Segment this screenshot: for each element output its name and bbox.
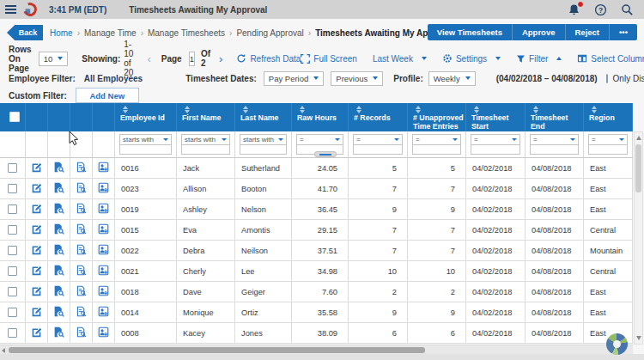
full-screen-button[interactable]: Full Screen: [301, 54, 357, 64]
column-header-last[interactable]: Last Name: [235, 103, 292, 131]
employee-info-icon[interactable]: [98, 285, 109, 298]
rows-on-page-select[interactable]: 10: [39, 52, 69, 66]
edit-timesheet-icon[interactable]: [31, 203, 42, 216]
next-page-icon[interactable]: ›: [219, 53, 222, 64]
employee-info-icon[interactable]: [98, 244, 109, 257]
employee-info-icon[interactable]: [98, 162, 109, 174]
vertical-scroll-thumb[interactable]: [635, 144, 641, 192]
view-timesheet-icon[interactable]: [53, 285, 64, 298]
view-details-icon[interactable]: [76, 285, 87, 298]
employee-info-icon[interactable]: [98, 203, 109, 216]
column-header-end[interactable]: Timesheet End: [526, 103, 584, 131]
view-timesheet-icon[interactable]: [53, 162, 64, 174]
breadcrumb-item[interactable]: Home: [50, 28, 73, 38]
filter-operator-select[interactable]: =: [296, 134, 343, 145]
column-header-records[interactable]: # Records: [349, 103, 408, 131]
back-button[interactable]: Back: [7, 25, 43, 40]
filter-input[interactable]: [471, 145, 520, 155]
row-checkbox[interactable]: [8, 204, 17, 214]
employee-info-icon[interactable]: [98, 326, 109, 339]
sort-icons[interactable]: [123, 106, 128, 113]
filter-toggle-button[interactable]: Filter: [516, 54, 562, 64]
prev-page-icon[interactable]: ‹: [147, 53, 150, 64]
horizontal-scroll-thumb[interactable]: [9, 347, 425, 353]
column-header-region[interactable]: Region: [584, 103, 633, 131]
select-all-checkbox[interactable]: [9, 112, 20, 122]
column-scroll-handle[interactable]: [314, 151, 337, 157]
filter-operator-select[interactable]: starts with: [119, 134, 172, 145]
breadcrumb-item[interactable]: Pending Approval: [236, 28, 303, 38]
view-details-icon[interactable]: [76, 326, 87, 339]
scroll-down-icon[interactable]: [636, 336, 641, 340]
horizontal-scrollbar[interactable]: [0, 345, 633, 354]
date-range-select[interactable]: Last Week: [373, 54, 427, 64]
filter-operator-select[interactable]: =: [530, 134, 579, 145]
filter-input[interactable]: [412, 145, 461, 155]
action-approve[interactable]: Approve: [512, 24, 565, 40]
filter-input[interactable]: [240, 145, 287, 155]
edit-timesheet-icon[interactable]: [31, 265, 42, 278]
add-new-filter-button[interactable]: Add New: [76, 88, 139, 103]
row-checkbox[interactable]: [8, 225, 17, 235]
employee-filter-value[interactable]: All Employees: [84, 74, 143, 83]
edit-timesheet-icon[interactable]: [31, 162, 42, 174]
view-timesheet-icon[interactable]: [53, 223, 64, 236]
vertical-scrollbar[interactable]: [634, 131, 643, 345]
row-checkbox[interactable]: [8, 184, 17, 193]
view-details-icon[interactable]: [76, 265, 87, 278]
sort-icons[interactable]: [243, 106, 248, 113]
column-header-raw[interactable]: Raw Hours: [292, 103, 349, 131]
edit-timesheet-icon[interactable]: [31, 244, 42, 257]
sort-icons[interactable]: [592, 106, 597, 113]
view-details-icon[interactable]: [76, 203, 87, 216]
filter-input[interactable]: [119, 145, 172, 155]
employee-info-icon[interactable]: [98, 265, 109, 278]
row-checkbox[interactable]: [8, 308, 17, 317]
edit-timesheet-icon[interactable]: [31, 223, 42, 236]
more-actions-button[interactable]: •••: [609, 24, 637, 40]
filter-operator-select[interactable]: starts with: [240, 134, 287, 145]
view-details-icon[interactable]: [76, 244, 87, 257]
filter-operator-select[interactable]: starts with: [181, 134, 230, 145]
sort-icons[interactable]: [416, 106, 421, 113]
edit-timesheet-icon[interactable]: [31, 326, 42, 339]
column-header-unapproved[interactable]: # Unapproved Time Entries: [408, 103, 466, 131]
filter-operator-select[interactable]: =: [353, 134, 403, 145]
profile-select[interactable]: Weekly: [428, 71, 476, 86]
sort-icons[interactable]: [474, 106, 479, 113]
help-icon[interactable]: ?: [594, 3, 607, 16]
employee-info-icon[interactable]: [98, 306, 109, 319]
sort-icons[interactable]: [356, 106, 361, 113]
row-checkbox[interactable]: [8, 266, 17, 276]
row-checkbox[interactable]: [8, 163, 17, 173]
filter-input[interactable]: [181, 145, 230, 155]
page-number-input[interactable]: 1: [189, 52, 195, 66]
filter-operator-select[interactable]: =: [588, 134, 628, 145]
sort-icons[interactable]: [300, 106, 305, 113]
view-details-icon[interactable]: [76, 162, 87, 174]
view-timesheet-icon[interactable]: [53, 182, 64, 195]
select-columns-button[interactable]: Select Columns: [577, 53, 644, 64]
scroll-left-icon[interactable]: [2, 348, 5, 353]
filter-input[interactable]: [530, 145, 579, 155]
view-details-icon[interactable]: [76, 182, 87, 195]
column-header-id[interactable]: Employee Id: [115, 103, 177, 131]
scroll-up-icon[interactable]: [636, 136, 641, 140]
view-timesheet-icon[interactable]: [53, 326, 64, 339]
edit-timesheet-icon[interactable]: [31, 285, 42, 298]
column-header-start[interactable]: Timesheet Start: [466, 103, 526, 131]
breadcrumb-item[interactable]: Manage Time: [84, 28, 137, 38]
sort-icons[interactable]: [185, 106, 190, 113]
employee-info-icon[interactable]: [98, 223, 109, 236]
employee-info-icon[interactable]: [98, 182, 109, 195]
notifications-bell-icon[interactable]: [568, 3, 580, 16]
sort-icons[interactable]: [533, 106, 538, 113]
row-checkbox[interactable]: [8, 328, 17, 338]
menu-icon[interactable]: [5, 5, 16, 14]
edit-timesheet-icon[interactable]: [31, 306, 42, 319]
search-icon[interactable]: [621, 3, 634, 16]
filter-operator-select[interactable]: =: [471, 134, 520, 145]
view-details-icon[interactable]: [76, 223, 87, 236]
pay-period-select[interactable]: Pay Period: [264, 71, 324, 86]
edit-timesheet-icon[interactable]: [31, 182, 42, 195]
